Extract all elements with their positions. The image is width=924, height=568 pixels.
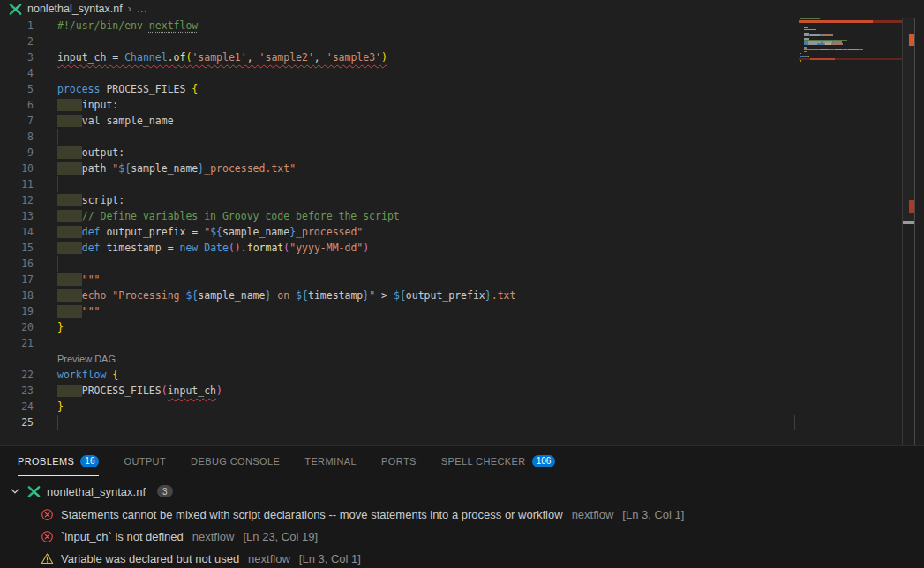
panel-tab-debug-console[interactable]: DEBUG CONSOLE <box>191 446 280 476</box>
code-line-20[interactable]: } <box>57 319 64 335</box>
code-token: ( <box>162 385 168 397</box>
breadcrumb-more[interactable]: … <box>137 3 147 15</box>
line-number: 22 <box>0 367 34 383</box>
code-token <box>57 273 82 286</box>
code-token: _processed" <box>296 226 363 238</box>
codelens-preview-dag[interactable]: Preview DAG <box>57 351 116 367</box>
breadcrumb[interactable]: nonlethal_syntax.nf › … <box>0 0 924 18</box>
code-line-17[interactable]: """ <box>57 272 100 288</box>
overview-ruler-error-mark-1 <box>909 34 914 46</box>
minimap-error-line-23 <box>799 58 902 61</box>
code-line-7[interactable]: val sample_name <box>57 113 174 129</box>
indent-guide <box>57 129 58 145</box>
code-token: val sample_name <box>82 115 174 127</box>
code-token <box>57 162 82 175</box>
code-token: > <box>375 289 394 302</box>
problem-row-3[interactable]: Variable was declared but not usednextfl… <box>0 548 924 568</box>
code-line-13[interactable]: // Define variables in Groovy code befor… <box>57 208 400 224</box>
line-number: 7 <box>0 113 34 129</box>
code-token: 'sample3' <box>327 51 381 64</box>
scrollbar-slider[interactable] <box>903 18 914 224</box>
code-line-19[interactable]: """ <box>57 303 100 319</box>
code-token: ${ <box>296 289 308 302</box>
code-token: , <box>247 51 259 64</box>
problem-row-1[interactable]: Statements cannot be mixed with script d… <box>0 504 924 525</box>
code-token: PROCESS_FILES <box>106 83 192 95</box>
panel-tab-problems[interactable]: PROBLEMS16 <box>18 446 99 476</box>
code-token: ${ <box>210 226 222 238</box>
panel-tab-label: PROBLEMS <box>18 456 74 467</box>
problem-position: [Ln 3, Col 1] <box>299 552 361 565</box>
breadcrumb-filename[interactable]: nonlethal_syntax.nf <box>27 3 123 15</box>
code-token: sample_name <box>131 162 198 175</box>
code-line-15[interactable]: def timestamp = new Date().format("yyyy-… <box>57 240 369 256</box>
code-token: output: <box>82 146 124 159</box>
bottom-panel: PROBLEMS16OUTPUTDEBUG CONSOLETERMINALPOR… <box>0 445 924 568</box>
code-line-6[interactable]: input: <box>57 97 118 113</box>
line-number: 2 <box>0 34 34 49</box>
code-token <box>57 289 82 302</box>
panel-tab-spell-checker[interactable]: SPELL CHECKER106 <box>441 446 556 476</box>
error-icon <box>41 508 54 521</box>
problem-row-2[interactable]: `input_ch` is not definednextflow[Ln 23,… <box>0 526 924 547</box>
panel-tab-output[interactable]: OUTPUT <box>124 446 166 476</box>
panel-tab-label: TERMINAL <box>304 456 357 467</box>
code-token: { <box>112 369 118 381</box>
code-line-9[interactable]: output: <box>57 145 124 161</box>
minimap-error-line-3 <box>799 20 902 23</box>
code-line-12[interactable]: script: <box>57 192 124 208</box>
panel-tab-label: SPELL CHECKER <box>441 456 526 467</box>
panel-tab-ports[interactable]: PORTS <box>381 446 417 476</box>
code-token: sample_name <box>198 289 265 302</box>
line-number: 21 <box>0 335 34 351</box>
vscode-window: nonlethal_syntax.nf › … 1234567891011121… <box>0 0 924 568</box>
panel-tab-label: DEBUG CONSOLE <box>191 456 280 467</box>
code-token: // Define variables in Groovy code befor… <box>82 210 400 222</box>
problems-file-group[interactable]: nonlethal_syntax.nf 3 <box>0 481 924 502</box>
code-token: Date <box>204 242 229 254</box>
problem-source: nextflow <box>572 508 614 521</box>
code-token: echo <box>82 289 113 302</box>
code-line-1[interactable]: #!/usr/bin/env nextflow <box>57 18 198 34</box>
code-token: new <box>180 242 205 254</box>
code-token: process <box>57 83 106 95</box>
code-line-24[interactable]: } <box>57 399 64 415</box>
line-number: 14 <box>0 224 34 240</box>
line-number: 13 <box>0 208 34 224</box>
code-token <box>57 226 82 238</box>
code-token: 'sample2' <box>259 51 314 64</box>
minimap[interactable] <box>799 18 902 445</box>
nextflow-file-icon <box>9 3 22 16</box>
code-line-5[interactable]: process PROCESS_FILES { <box>57 81 198 97</box>
code-line-22[interactable]: workflow { <box>57 367 118 383</box>
code-line-18[interactable]: echo "Processing ${sample_name} on ${tim… <box>57 288 515 303</box>
indent-guide <box>57 176 58 192</box>
code-token: } <box>57 321 64 333</box>
chevron-down-icon[interactable] <box>9 485 21 497</box>
panel-tab-badge: 106 <box>532 455 556 467</box>
code-line-3[interactable]: input_ch = Channel.of('sample1', 'sample… <box>57 49 387 65</box>
code-line-10[interactable]: path "${sample_name}_processed.txt" <box>57 161 296 176</box>
code-token: PROCESS_FILES <box>82 385 162 397</box>
code-token: ) <box>381 51 387 64</box>
code-token: script: <box>82 194 124 206</box>
scrollbar[interactable] <box>902 18 915 445</box>
code-token <box>57 194 82 206</box>
line-number: 11 <box>0 176 34 192</box>
panel-tab-terminal[interactable]: TERMINAL <box>304 446 357 476</box>
code-token: format <box>247 242 284 254</box>
code-token <box>57 115 82 127</box>
code-token: path <box>82 162 113 175</box>
code-token: def <box>82 242 107 254</box>
code-token: , <box>314 51 327 64</box>
current-line-highlight <box>57 415 795 430</box>
code-token <box>57 210 82 222</box>
code-token <box>57 242 82 254</box>
code-token <box>57 305 82 318</box>
code-editor[interactable]: 1234567891011121314151617181920212223242… <box>0 18 924 445</box>
code-token: } <box>485 289 492 302</box>
code-token: input: <box>82 99 119 111</box>
line-number: 9 <box>0 145 34 161</box>
code-line-23[interactable]: PROCESS_FILES(input_ch) <box>57 383 222 399</box>
code-line-14[interactable]: def output_prefix = "${sample_name}_proc… <box>57 224 363 240</box>
